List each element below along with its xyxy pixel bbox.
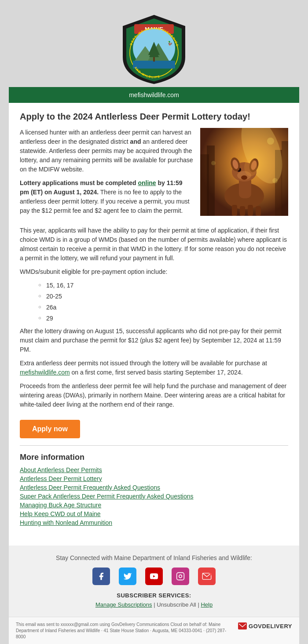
more-info-title: More information <box>20 453 288 462</box>
main-content: Apply to the 2024 Antlerless Deer Permit… <box>9 103 299 537</box>
more-info-link-1[interactable]: About Antlerless Deer Permits <box>20 466 288 473</box>
logo-area: MAINE 🦆 DEPT. OF INLAND FISH <box>0 4 308 87</box>
section-divider <box>20 445 288 446</box>
fine-print-bar: This email was sent to xxxxxx@gmail.com … <box>9 617 299 644</box>
footer: Stay Connected with Maine Department of … <box>9 546 299 617</box>
intro-two-col: A licensed hunter with an antlerless dee… <box>20 128 288 220</box>
fine-print-text: This email was sent to xxxxxx@gmail.com … <box>16 622 233 640</box>
youtube-icon[interactable] <box>145 568 163 585</box>
online-link[interactable]: online <box>138 179 156 186</box>
svg-rect-43 <box>238 622 247 629</box>
paragraph-2: Lottery applications must be completed o… <box>20 178 193 215</box>
svg-rect-30 <box>232 205 237 216</box>
apply-now-button[interactable]: Apply now <box>20 420 80 438</box>
twitter-icon[interactable] <box>119 568 136 585</box>
svg-rect-33 <box>256 206 261 216</box>
list-item: 29 <box>46 314 288 323</box>
paragraph-7: Proceeds from the antlerless deer permit… <box>20 382 288 409</box>
more-info-link-5[interactable]: Managing Buck Age Structure <box>20 502 288 509</box>
help-link[interactable]: Help <box>201 601 213 608</box>
website-url: mefishwildlife.com <box>129 91 179 98</box>
article-title: Apply to the 2024 Antlerless Deer Permit… <box>20 112 288 122</box>
paragraph-5: After the lottery drawing on August 15, … <box>20 327 288 354</box>
intro-text-col: A licensed hunter with an antlerless dee… <box>20 128 193 220</box>
more-info-link-6[interactable]: Help Keep CWD out of Maine <box>20 510 288 517</box>
svg-rect-32 <box>248 205 253 216</box>
svg-text:🦆: 🦆 <box>167 40 173 46</box>
list-item: 26a <box>46 303 288 312</box>
website-bar: mefishwildlife.com <box>9 87 299 103</box>
more-info-link-4[interactable]: Super Pack Antlerless Deer Permit Freque… <box>20 493 288 500</box>
more-info-link-2[interactable]: Antlerless Deer Permit Lottery <box>20 475 288 482</box>
govdelivery-logo: GOVDELIVERY <box>238 622 292 629</box>
manage-subscriptions-link[interactable]: Manage Subscriptions <box>95 601 152 608</box>
svg-point-25 <box>241 175 247 180</box>
svg-rect-39 <box>177 573 184 580</box>
paragraph-1: A licensed hunter with an antlerless dee… <box>20 128 193 174</box>
website-link[interactable]: mefishwildlife.com <box>20 369 70 376</box>
social-icons-row <box>18 568 290 585</box>
subscriber-services-label: SUBSCRIBER SERVICES: <box>18 592 290 599</box>
svg-point-36 <box>211 161 216 165</box>
body-text: This year, applicants will have the abil… <box>20 226 288 409</box>
paragraph-4: WMDs/subunit eligible for pre-payment op… <box>20 267 288 277</box>
svg-point-35 <box>267 138 274 145</box>
deer-photo <box>200 128 288 216</box>
svg-rect-17 <box>282 141 288 216</box>
svg-rect-15 <box>207 146 215 216</box>
paragraph-6: Extra antlerless deer permits not issued… <box>20 359 288 377</box>
email-icon[interactable] <box>198 568 216 585</box>
wmd-list: 15, 16, 17 20-25 26a 29 <box>46 281 288 323</box>
more-info-link-7[interactable]: Hunting with Nonlead Ammunition <box>20 519 288 526</box>
list-item: 20-25 <box>46 292 288 301</box>
paragraph-3: This year, applicants will have the abil… <box>20 226 288 263</box>
deer-image-col <box>200 128 288 220</box>
apply-button-wrapper: Apply now <box>20 420 288 438</box>
more-info-link-3[interactable]: Antlerless Deer Permit Frequently Asked … <box>20 484 288 491</box>
subscriber-links: Manage Subscriptions | Unsubscribe All |… <box>18 601 290 608</box>
svg-rect-31 <box>240 206 245 216</box>
instagram-icon[interactable] <box>172 568 189 585</box>
facebook-icon[interactable] <box>92 568 110 585</box>
govdelivery-label: GOVDELIVERY <box>249 623 292 629</box>
stay-connected-text: Stay Connected with Maine Department of … <box>18 554 290 561</box>
unsubscribe-all: Unsubscribe All <box>157 601 196 608</box>
svg-point-37 <box>272 178 278 183</box>
email-container: mefishwildlife.com Apply to the 2024 Ant… <box>9 87 299 644</box>
svg-rect-6 <box>133 61 175 69</box>
more-info-section: More information About Antlerless Deer P… <box>20 453 288 526</box>
list-item: 15, 16, 17 <box>46 281 288 290</box>
svg-point-34 <box>244 159 257 176</box>
